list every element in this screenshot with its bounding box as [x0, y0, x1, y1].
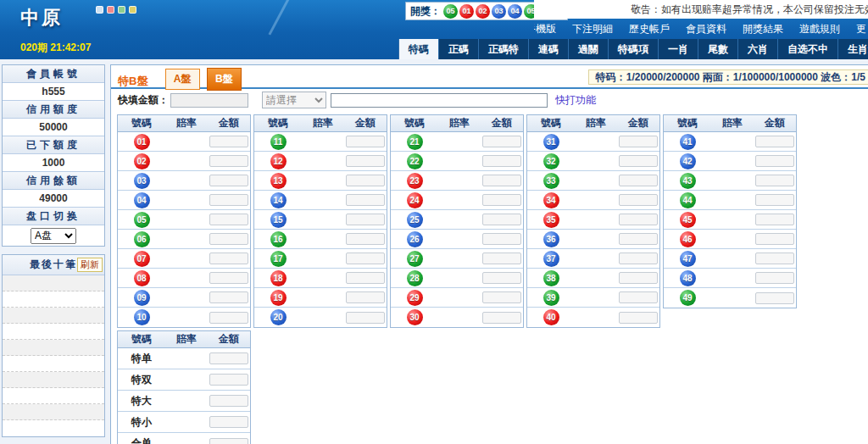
number-cell: 47 — [664, 251, 711, 267]
amount-input-05[interactable] — [209, 214, 248, 225]
amount-input-43[interactable] — [755, 175, 794, 186]
amount-input-20[interactable] — [346, 312, 385, 324]
amount-input-36[interactable] — [619, 233, 658, 245]
game-tab-5[interactable]: 過關 — [568, 39, 608, 59]
amount-input-42[interactable] — [755, 155, 794, 167]
amount-input-10[interactable] — [209, 312, 248, 324]
last-ten-empty-row — [3, 275, 104, 291]
amount-input-47[interactable] — [755, 253, 794, 264]
amount-input-27[interactable] — [482, 253, 521, 264]
amount-input-07[interactable] — [209, 253, 248, 264]
amount-input-37[interactable] — [619, 253, 658, 264]
amount-input-49[interactable] — [755, 292, 794, 304]
number-row-22: 22 — [391, 152, 523, 171]
special-amount-input-2[interactable] — [209, 374, 248, 386]
amount-input-33[interactable] — [619, 175, 658, 186]
board-a-button[interactable]: A盤 — [165, 69, 200, 90]
panel-select[interactable]: A盘 — [31, 228, 76, 244]
theme-swatch-green-icon[interactable] — [118, 6, 125, 14]
nav-link-3[interactable]: 歷史帳戶 — [629, 22, 670, 36]
nav-link-5[interactable]: 開獎結果 — [743, 22, 783, 36]
draw-result-label: 開獎： — [410, 4, 441, 19]
nav-link-7[interactable]: 更 — [856, 22, 866, 36]
nav-link-4[interactable]: 會員資料 — [686, 22, 726, 36]
amount-input-39[interactable] — [619, 291, 658, 303]
theme-swatch-yellow-icon[interactable] — [129, 6, 136, 14]
amount-input-46[interactable] — [755, 233, 794, 245]
quick-fill-select[interactable]: 請選擇 — [262, 92, 326, 108]
number-cell: 24 — [391, 192, 438, 208]
game-tab-11[interactable]: 生肖連 — [837, 39, 868, 59]
amount-input-31[interactable] — [619, 136, 658, 147]
game-tab-10[interactable]: 自选不中 — [777, 39, 837, 59]
number-ball-19: 19 — [270, 290, 287, 306]
number-row-42: 42 — [664, 152, 796, 171]
number-cell: 19 — [254, 290, 302, 306]
quick-type-input[interactable] — [331, 93, 548, 108]
amount-input-06[interactable] — [209, 233, 248, 245]
amount-input-17[interactable] — [346, 253, 385, 264]
nav-link-6[interactable]: 遊戲規則 — [799, 22, 840, 36]
game-tab-4[interactable]: 連碼 — [528, 39, 568, 59]
amount-input-38[interactable] — [619, 272, 658, 284]
amount-input-15[interactable] — [346, 214, 385, 225]
amount-input-02[interactable] — [209, 155, 248, 167]
amount-input-04[interactable] — [209, 194, 248, 206]
number-cell: 27 — [391, 251, 438, 267]
amount-input-03[interactable] — [209, 175, 248, 186]
amount-input-26[interactable] — [482, 233, 521, 245]
amount-input-23[interactable] — [482, 175, 521, 186]
amount-input-35[interactable] — [619, 214, 658, 225]
special-amount-input-4[interactable] — [209, 416, 248, 428]
board-b-button[interactable]: B盤 — [207, 68, 242, 91]
amount-input-22[interactable] — [482, 155, 521, 167]
amount-input-13[interactable] — [346, 175, 385, 186]
amount-input-11[interactable] — [346, 136, 385, 147]
game-tab-9[interactable]: 六肖 — [737, 39, 777, 59]
brand-logo: 中原 — [20, 5, 63, 31]
amount-input-19[interactable] — [346, 291, 385, 303]
amount-input-08[interactable] — [209, 272, 248, 284]
panel-switch-label: 盘口切换 — [3, 208, 104, 225]
special-amount-input-3[interactable] — [209, 395, 248, 407]
amount-input-34[interactable] — [619, 194, 658, 206]
game-tab-2[interactable]: 正碼 — [438, 39, 478, 59]
amount-input-45[interactable] — [755, 214, 794, 225]
number-row-04: 04 — [118, 191, 250, 210]
amount-input-44[interactable] — [755, 194, 794, 206]
special-amount-input-1[interactable] — [209, 352, 248, 364]
amount-input-29[interactable] — [482, 291, 521, 303]
amount-input-30[interactable] — [482, 312, 521, 324]
amount-input-21[interactable] — [482, 136, 521, 147]
game-tab-3[interactable]: 正碼特 — [478, 39, 528, 59]
game-tab-6[interactable]: 特碼項 — [608, 39, 658, 59]
amount-input-25[interactable] — [482, 214, 521, 225]
number-row-39: 39 — [527, 288, 659, 308]
amount-cell — [754, 233, 796, 245]
amount-input-01[interactable] — [209, 136, 248, 147]
nav-link-2[interactable]: 下注明細 — [572, 22, 613, 36]
theme-swatch-red-icon[interactable] — [107, 6, 114, 14]
amount-cell — [754, 155, 796, 167]
amount-input-24[interactable] — [482, 194, 521, 206]
game-tab-1[interactable]: 特碼 — [398, 39, 438, 59]
amount-input-28[interactable] — [482, 272, 521, 284]
amount-input-32[interactable] — [619, 155, 658, 167]
nav-link-1[interactable]: 切换手機版 — [534, 22, 556, 36]
quick-fill-amount-input[interactable] — [170, 93, 248, 108]
game-tab-8[interactable]: 尾數 — [698, 39, 737, 59]
amount-input-14[interactable] — [346, 194, 385, 206]
refresh-button[interactable]: 刷新 — [77, 258, 103, 272]
game-tab-7[interactable]: 一肖 — [658, 39, 698, 59]
amount-input-18[interactable] — [346, 272, 385, 284]
amount-input-41[interactable] — [755, 136, 794, 147]
amount-input-16[interactable] — [346, 233, 385, 245]
special-amount-input-5[interactable] — [209, 438, 248, 444]
amount-input-12[interactable] — [346, 155, 385, 167]
amount-cell — [617, 233, 659, 245]
amount-input-09[interactable] — [209, 291, 248, 303]
amount-input-48[interactable] — [755, 272, 794, 284]
quick-bet-link[interactable]: 快打功能 — [555, 93, 596, 108]
theme-swatch-blue-icon[interactable] — [96, 6, 103, 14]
amount-input-40[interactable] — [619, 312, 658, 324]
